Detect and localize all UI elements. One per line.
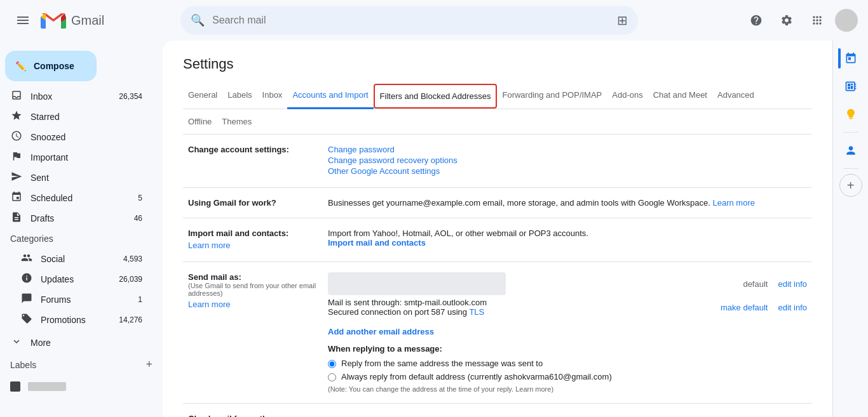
change-recovery-link[interactable]: Change password recovery options [328,156,807,165]
tab-general[interactable]: General [183,83,222,109]
sidebar-item-sent[interactable]: Sent [0,168,153,188]
right-panel-divider-2 [843,168,858,169]
sidebar-item-scheduled[interactable]: Scheduled 5 [0,188,153,208]
tab-labels[interactable]: Labels [222,83,257,109]
check-mail-edit-info[interactable]: edit info [733,415,762,418]
sub-tab-offline[interactable]: Offline [183,114,217,129]
gmail-text: Gmail [71,13,104,28]
sidebar-item-social[interactable]: Social 4,593 [0,249,153,269]
svg-rect-2 [17,23,29,24]
help-icon[interactable] [743,8,769,33]
compose-icon: ✏️ [15,61,26,71]
import-action-link[interactable]: Import mail and contacts [328,238,426,248]
svg-rect-1 [17,20,29,21]
inbox-icon [10,89,23,103]
settings-table: Change account settings: Change password… [183,135,812,417]
import-learn-more[interactable]: Learn more [188,241,318,250]
send-mail-sub: (Use Gmail to send from your other email… [188,282,318,297]
tab-filters[interactable]: Filters and Blocked Addresses [374,84,498,109]
tab-inbox[interactable]: Inbox [257,83,288,109]
menu-icon[interactable] [10,8,36,33]
tab-accounts[interactable]: Accounts and Import [287,83,373,109]
labels-section: Labels + [0,353,163,376]
reply-label-2: Always reply from default address (curre… [341,372,612,381]
send-mail-learn-more[interactable]: Learn more [188,300,318,309]
starred-label: Starred [31,112,142,122]
svg-rect-0 [17,17,29,18]
add-apps-button[interactable]: + [839,174,862,197]
google-account-link[interactable]: Other Google Account settings [328,166,807,176]
apps-icon[interactable] [804,8,830,33]
default-text: default [743,279,768,289]
tasks-icon[interactable] [838,74,864,99]
check-mail-label: Check mail from other [183,404,323,418]
tls-link[interactable]: TLS [469,307,484,317]
snoozed-icon [10,130,23,144]
calendar-icon[interactable] [838,46,864,71]
settings-row-check-mail: Check mail from other ashokvarmam@outloo… [183,404,812,418]
settings-icon[interactable] [774,8,799,33]
social-count: 4,593 [123,255,142,263]
drafts-label: Drafts [31,213,134,223]
categories-header: Categories [0,228,163,249]
inbox-label: Inbox [31,91,119,102]
change-account-content: Change password Change password recovery… [323,135,812,188]
sub-tab-themes[interactable]: Themes [217,114,257,129]
sidebar-item-drafts[interactable]: Drafts 46 [0,208,153,228]
tab-advanced[interactable]: Advanced [712,83,759,109]
label-name [28,382,66,391]
reply-label-1: Reply from the same address the message … [341,359,543,368]
sent-label: Sent [31,173,142,183]
right-panel: + [832,41,868,417]
sidebar-item-forums[interactable]: Forums 1 [0,289,153,310]
check-mail-unlink[interactable]: unlink [772,415,794,418]
topbar-left: Gmail [10,8,175,33]
forums-count: 1 [138,295,142,304]
important-label: Important [31,152,142,162]
search-filter-icon[interactable]: ⊞ [617,13,628,28]
promotions-count: 14,276 [119,315,142,324]
search-input[interactable] [212,15,612,26]
sidebar-item-more[interactable]: More [0,333,153,353]
reply-radio-2[interactable] [328,373,336,381]
reply-option1: Reply from the same address the message … [328,359,807,368]
chevron-right-icon[interactable]: › [804,414,807,417]
sidebar: ✏️ Compose Inbox 26,354 Starred Snoozed [0,41,163,417]
tab-chatmeet[interactable]: Chat and Meet [648,83,712,109]
compose-button[interactable]: ✏️ Compose [5,51,97,81]
settings-row-import: Import mail and contacts: Learn more Imp… [183,218,812,262]
edit-info-2-link[interactable]: edit info [778,303,807,312]
sidebar-item-updates[interactable]: Updates 26,039 [0,269,153,289]
keep-icon[interactable] [838,102,864,127]
tab-forwarding[interactable]: Forwarding and POP/IMAP [497,83,607,109]
check-mail-email: ashokvarmam@outlook.com (Gmailify) [328,415,470,418]
sidebar-item-starred[interactable]: Starred [0,107,153,127]
tab-addons[interactable]: Add-ons [607,83,648,109]
important-icon [10,150,23,164]
edit-info-1-link[interactable]: edit info [778,279,807,289]
contacts-icon[interactable] [838,138,864,163]
scheduled-icon [10,191,23,205]
sidebar-item-promotions[interactable]: Promotions 14,276 [0,310,153,330]
make-default-link[interactable]: make default [721,303,768,312]
labels-add-button[interactable]: + [146,358,153,371]
add-email-link[interactable]: Add another email address [328,327,434,336]
sub-tabs: Offline Themes [183,109,812,135]
change-password-link[interactable]: Change password [328,145,807,154]
scheduled-label: Scheduled [31,193,138,203]
label-item[interactable] [0,376,163,397]
reply-title: When replying to a message: [328,344,807,354]
label-color-dot [10,381,20,392]
sidebar-item-inbox[interactable]: Inbox 26,354 [0,86,153,107]
gmail-work-learn-more[interactable]: Learn more [712,198,754,208]
send-mail-content: default edit info Mail is sent through: … [323,262,812,404]
sidebar-item-snoozed[interactable]: Snoozed [0,127,153,147]
inbox-count: 26,354 [119,92,142,101]
avatar[interactable] [835,9,858,32]
send-mail-label: Send mail as: (Use Gmail to send from yo… [183,262,323,404]
social-label: Social [41,254,123,264]
forums-icon [20,293,33,307]
sidebar-item-important[interactable]: Important [0,147,153,168]
check-mail-row: ashokvarmam@outlook.com (Gmailify) edit … [328,414,807,417]
reply-radio-1[interactable] [328,360,336,368]
